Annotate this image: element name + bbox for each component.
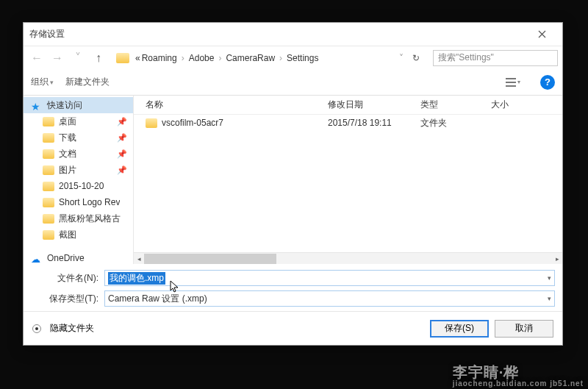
svg-rect-1 (506, 82, 516, 83)
nav-bar: ← → ˅ ↑ « Roaming› Adobe› CameraRaw› Set… (24, 46, 562, 69)
breadcrumb-part[interactable]: Settings (287, 53, 318, 63)
view-mode-button[interactable]: ▾ (503, 74, 523, 90)
sidebar-item-screenshot[interactable]: 截图 (24, 226, 133, 243)
recent-dropdown[interactable]: ˅ (69, 49, 87, 67)
list-item-name: vscofilm-05acr7 (162, 118, 328, 128)
view-icon (506, 78, 516, 87)
folder-icon (43, 165, 54, 175)
organize-menu[interactable]: 组织 ▾ (31, 76, 54, 88)
help-button[interactable]: ? (540, 75, 555, 90)
titlebar: 存储设置 (24, 23, 562, 46)
folder-icon (43, 230, 54, 240)
folder-icon (43, 133, 54, 143)
sidebar-item-chalk[interactable]: 黑板粉笔风格古 (24, 210, 133, 226)
file-list-area: 名称 修改日期 类型 大小 vscofilm-05acr7 2015/7/18 … (134, 96, 562, 264)
folder-icon (116, 53, 129, 63)
cloud-icon: ☁ (31, 254, 43, 263)
sidebar-item-label: 桌面 (59, 115, 76, 128)
hide-folders-toggle[interactable]: 隐藏文件夹 (50, 322, 94, 335)
list-item-type: 文件夹 (420, 117, 491, 129)
dialog-title: 存储设置 (29, 28, 65, 40)
filename-label: 文件名(N): (31, 272, 104, 285)
dialog-footer: 隐藏文件夹 保存(S) 取消 (24, 311, 562, 345)
folder-icon (43, 198, 54, 207)
sidebar-item-label: 下载 (59, 132, 76, 144)
folder-icon (43, 149, 54, 159)
savetype-value: Camera Raw 设置 (.xmp) (108, 293, 548, 305)
search-placeholder: 搜索"Settings" (438, 51, 494, 64)
sidebar-item-date[interactable]: 2015-10-20 (24, 178, 133, 194)
scroll-left-icon[interactable]: ◂ (134, 253, 144, 265)
savetype-label: 保存类型(T): (31, 293, 104, 305)
new-folder-button[interactable]: 新建文件夹 (65, 76, 110, 88)
sidebar: ★ 快速访问 桌面📌 下载📌 文档📌 图片📌 2015-10-20 Short … (24, 96, 134, 264)
cancel-button[interactable]: 取消 (495, 320, 553, 338)
pin-icon: 📌 (117, 149, 127, 159)
star-icon: ★ (31, 101, 43, 110)
sidebar-item-label: OneDrive (47, 253, 85, 263)
toolbar: 组织 ▾ 新建文件夹 ▾ ? (24, 69, 562, 96)
breadcrumb-part[interactable]: CameraRaw (226, 53, 275, 63)
search-input[interactable]: 搜索"Settings" (433, 50, 558, 66)
sidebar-item-label: 2015-10-20 (59, 181, 104, 191)
close-button[interactable] (527, 26, 556, 43)
savetype-select[interactable]: Camera Raw 设置 (.xmp) ▾ (104, 290, 555, 307)
breadcrumb-dropdown-icon[interactable]: ˅ (396, 53, 406, 63)
watermark: 李宇睛·桦 jiaocheng.baidian.com jb51.net (453, 363, 584, 388)
sidebar-item-downloads[interactable]: 下载📌 (24, 129, 133, 146)
breadcrumb[interactable]: « Roaming› Adobe› CameraRaw› Settings ˅ … (135, 53, 424, 63)
breadcrumb-part[interactable]: Adobe (189, 53, 215, 63)
sidebar-onedrive[interactable]: ☁ OneDrive (24, 250, 133, 264)
chevron-down-icon[interactable]: ▾ (548, 274, 551, 282)
folder-icon (146, 118, 157, 128)
filename-value: 我的调色.xmp (108, 272, 165, 285)
pin-icon: 📌 (117, 165, 127, 175)
scroll-right-icon[interactable]: ▸ (552, 253, 562, 265)
column-date[interactable]: 修改日期 (328, 99, 420, 111)
sidebar-quick-access[interactable]: ★ 快速访问 (24, 97, 133, 113)
refresh-button[interactable]: ↻ (408, 53, 424, 63)
breadcrumb-part[interactable]: Roaming (142, 53, 177, 63)
column-name[interactable]: 名称 (146, 99, 328, 111)
sidebar-item-label: 快速访问 (47, 99, 82, 112)
sidebar-item-pictures[interactable]: 图片📌 (24, 162, 133, 178)
horizontal-scrollbar[interactable]: ◂ ▸ (134, 252, 562, 264)
breadcrumb-overflow[interactable]: « (135, 53, 140, 63)
column-headers: 名称 修改日期 类型 大小 (134, 96, 562, 115)
sidebar-item-label: 图片 (59, 164, 76, 176)
folder-icon (43, 182, 54, 191)
save-fields: 文件名(N): 我的调色.xmp ▾ 保存类型(T): Camera Raw 设… (24, 264, 562, 311)
save-button[interactable]: 保存(S) (430, 320, 489, 338)
pin-icon: 📌 (117, 117, 127, 126)
list-item-date: 2015/7/18 19:11 (328, 118, 420, 128)
close-icon (538, 30, 546, 38)
filename-input[interactable]: 我的调色.xmp ▾ (104, 270, 555, 286)
folder-icon (43, 214, 54, 224)
svg-rect-2 (506, 85, 516, 87)
sidebar-item-label: 黑板粉笔风格古 (59, 213, 121, 225)
svg-rect-0 (506, 78, 516, 79)
sidebar-item-logo[interactable]: Short Logo Rev (24, 194, 133, 210)
folder-icon (43, 117, 54, 126)
sidebar-item-label: 截图 (59, 229, 76, 241)
sidebar-item-documents[interactable]: 文档📌 (24, 146, 133, 162)
sidebar-item-desktop[interactable]: 桌面📌 (24, 113, 133, 129)
save-dialog: 存储设置 ← → ˅ ↑ « Roaming› Adobe› CameraRaw… (23, 22, 563, 346)
pin-icon: 📌 (117, 133, 127, 143)
forward-button[interactable]: → (49, 49, 66, 67)
scrollbar-thumb[interactable] (144, 254, 276, 264)
chevron-down-icon[interactable]: ▾ (548, 295, 551, 302)
sidebar-item-label: Short Logo Rev (59, 197, 120, 207)
radio-icon[interactable] (32, 324, 41, 333)
list-item[interactable]: vscofilm-05acr7 2015/7/18 19:11 文件夹 (134, 115, 562, 131)
back-button[interactable]: ← (28, 49, 46, 67)
column-type[interactable]: 类型 (420, 99, 491, 111)
column-size[interactable]: 大小 (491, 99, 562, 111)
up-button[interactable]: ↑ (90, 49, 107, 67)
sidebar-item-label: 文档 (59, 148, 76, 160)
